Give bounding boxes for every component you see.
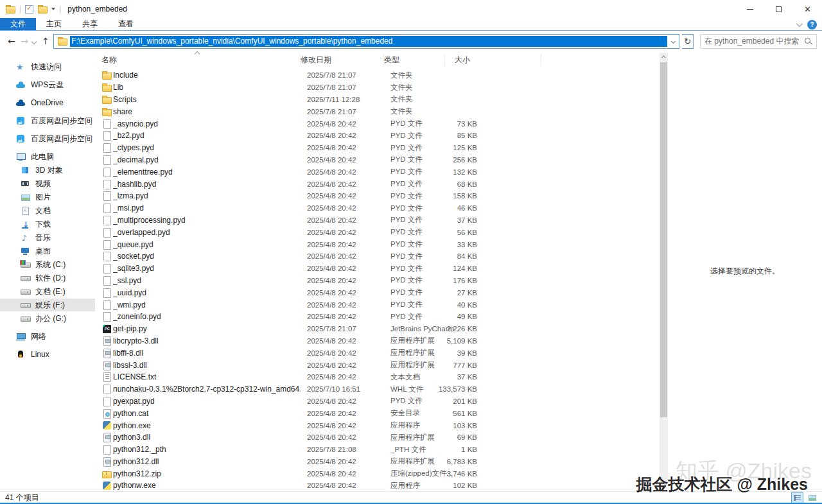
file-row[interactable]: python3.dll 2025/4/8 20:42 应用程序扩展 69 KB xyxy=(95,431,668,444)
sidebar-item-baidu-4[interactable]: 百度网盘同步空间 xyxy=(0,132,95,145)
address-path[interactable]: F:\Example\ComfyUI_windows_portable_nvid… xyxy=(70,36,667,47)
maximize-button[interactable] xyxy=(764,0,793,18)
sidebar-item-drive-16[interactable]: 娱乐 (F:) xyxy=(0,299,95,311)
vertical-scrollbar[interactable] xyxy=(660,53,668,491)
sidebar-item-downloads-10[interactable]: 下载 xyxy=(0,218,95,230)
file-row[interactable]: Include 2025/7/8 21:07 文件夹 xyxy=(95,69,668,82)
tab-share[interactable]: 共享 xyxy=(72,18,108,30)
file-row[interactable]: _queue.pyd 2025/4/8 20:42 PYD 文件 33 KB xyxy=(95,238,668,250)
preview-message: 选择要预览的文件。 xyxy=(710,266,780,277)
file-row[interactable]: _zoneinfo.pyd 2025/4/8 20:42 PYD 文件 49 K… xyxy=(95,311,668,323)
sidebar-item-music-11[interactable]: 音乐 xyxy=(0,231,95,244)
folder-icon[interactable] xyxy=(37,4,48,13)
sidebar-item-drive-17[interactable]: 办公 (G:) xyxy=(0,312,95,325)
zip-icon xyxy=(101,468,113,480)
forward-button[interactable]: → xyxy=(19,36,30,46)
file-row[interactable]: pyexpat.pyd 2025/4/8 20:42 PYD 文件 201 KB xyxy=(95,395,668,408)
sidebar-item-baidu-3[interactable]: 百度网盘同步空间 xyxy=(0,114,95,127)
file-row[interactable]: share 2025/7/8 21:07 文件夹 xyxy=(95,105,668,117)
folder-icon xyxy=(101,94,113,105)
file-row[interactable]: _decimal.pyd 2025/4/8 20:42 PYD 文件 256 K… xyxy=(95,154,668,166)
file-row[interactable]: get-pip.py 2025/7/8 21:07 JetBrains PyCh… xyxy=(95,323,668,335)
folder-icon[interactable] xyxy=(5,4,15,13)
view-toggles xyxy=(791,492,818,503)
minimize-button[interactable] xyxy=(735,0,764,18)
file-row[interactable]: _elementtree.pyd 2025/4/8 20:42 PYD 文件 1… xyxy=(95,166,668,178)
column-header-size[interactable]: 大小 xyxy=(445,54,541,66)
file-row[interactable]: python312._pth 2025/7/8 21:08 _PTH 文件 1 … xyxy=(95,444,668,456)
column-header-type[interactable]: 类型 xyxy=(384,54,445,66)
tab-view[interactable]: 查看 xyxy=(108,18,144,30)
sidebar-item-drive-15[interactable]: 文档 (E:) xyxy=(0,285,95,298)
file-row[interactable]: _multiprocessing.pyd 2025/4/8 20:42 PYD … xyxy=(95,214,668,227)
file-row[interactable]: _uuid.pyd 2025/4/8 20:42 PYD 文件 27 KB xyxy=(95,286,668,299)
file-row[interactable]: Scripts 2025/7/11 12:28 文件夹 xyxy=(95,94,668,106)
address-bar[interactable]: F:\Example\ComfyUI_windows_portable_nvid… xyxy=(53,34,679,49)
folder-icon xyxy=(101,82,113,93)
sidebar-item-drive-14[interactable]: 软件 (D:) xyxy=(0,272,95,284)
drive-icon xyxy=(20,313,30,324)
search-input[interactable] xyxy=(704,37,804,46)
up-button[interactable]: ↑ xyxy=(40,36,51,46)
tab-home[interactable]: 主页 xyxy=(36,18,72,30)
help-icon[interactable]: ? xyxy=(807,20,817,30)
file-row[interactable]: _ssl.pyd 2025/4/8 20:42 PYD 文件 176 KB xyxy=(95,275,668,287)
file-row[interactable]: python312.dll 2025/4/8 20:42 应用程序扩展 6,78… xyxy=(95,456,668,468)
file-row[interactable]: _bz2.pyd 2025/4/8 20:42 PYD 文件 85 KB xyxy=(95,130,668,142)
back-button[interactable]: ← xyxy=(6,36,17,46)
file-row[interactable]: python.cat 2025/4/8 20:42 安全目录 561 KB xyxy=(95,407,668,419)
sidebar-item-cloud-blue-1[interactable]: WPS云盘 xyxy=(0,78,95,91)
recent-locations-icon[interactable] xyxy=(32,37,38,46)
file-row[interactable]: pythonw.exe 2025/4/8 20:42 应用程序 102 KB xyxy=(95,480,668,492)
sidebar-item-pictures-8[interactable]: 图片 xyxy=(0,191,95,204)
sidebar-item-documents-9[interactable]: 文档 xyxy=(0,204,95,217)
file-row[interactable]: _wmi.pyd 2025/4/8 20:42 PYD 文件 40 KB xyxy=(95,299,668,311)
file-row[interactable]: _sqlite3.pyd 2025/4/8 20:42 PYD 文件 124 K… xyxy=(95,263,668,275)
file-icon xyxy=(101,142,113,153)
sidebar-item-network-18[interactable]: 网络 xyxy=(0,330,95,343)
file-row[interactable]: _lzma.pyd 2025/4/8 20:42 PYD 文件 158 KB xyxy=(95,190,668,202)
window-title: python_embeded xyxy=(67,4,127,13)
file-icon xyxy=(101,299,113,311)
sidebar-item-cloud-dark-2[interactable]: OneDrive xyxy=(0,96,95,109)
ribbon-expand-icon[interactable] xyxy=(796,21,803,27)
file-row[interactable]: LICENSE.txt 2025/4/8 20:42 文本文档 37 KB xyxy=(95,371,668,383)
sidebar-item-star-0[interactable]: 快速访问 xyxy=(0,60,95,73)
chevron-down-icon[interactable] xyxy=(51,8,55,10)
file-row[interactable]: Lib 2025/7/8 21:07 文件夹 xyxy=(95,82,668,94)
scroll-up-icon[interactable] xyxy=(660,53,668,61)
titlebar: | | python_embeded ✕ xyxy=(0,0,822,18)
file-row[interactable]: python.exe 2025/4/8 20:42 应用程序 103 KB xyxy=(95,419,668,431)
search-box[interactable] xyxy=(700,34,817,49)
details-view-button[interactable] xyxy=(791,492,803,503)
close-button[interactable]: ✕ xyxy=(793,0,822,18)
checkbox-properties-icon[interactable] xyxy=(25,5,33,13)
sidebar-item-desktop-12[interactable]: 桌面 xyxy=(0,245,95,257)
file-row[interactable]: _overlapped.pyd 2025/4/8 20:42 PYD 文件 56… xyxy=(95,226,668,238)
file-icon xyxy=(101,395,113,407)
tab-file[interactable]: 文件 xyxy=(0,18,36,30)
column-header-date[interactable]: 修改日期 xyxy=(301,54,384,66)
sidebar-item-drive-sys-13[interactable]: 系统 (C:) xyxy=(0,258,95,271)
large-icons-view-button[interactable] xyxy=(806,492,818,503)
file-row[interactable]: libffi-8.dll 2025/4/8 20:42 应用程序扩展 39 KB xyxy=(95,347,668,359)
file-row[interactable]: libssl-3.dll 2025/4/8 20:42 应用程序扩展 777 K… xyxy=(95,359,668,371)
file-row[interactable]: libcrypto-3.dll 2025/4/8 20:42 应用程序扩展 5,… xyxy=(95,335,668,347)
file-row[interactable]: _msi.pyd 2025/4/8 20:42 PYD 文件 46 KB xyxy=(95,202,668,214)
scroll-down-icon[interactable] xyxy=(660,483,668,491)
file-row[interactable]: _socket.pyd 2025/4/8 20:42 PYD 文件 84 KB xyxy=(95,250,668,263)
sidebar-item-3d-6[interactable]: 3D 对象 xyxy=(0,164,95,177)
search-icon[interactable] xyxy=(804,37,812,46)
sidebar-item-computer-5[interactable]: 此电脑 xyxy=(0,150,95,163)
file-row[interactable]: python312.zip 2025/4/8 20:42 压缩(zipped)文… xyxy=(95,467,668,480)
file-row[interactable]: _hashlib.pyd 2025/4/8 20:42 PYD 文件 68 KB xyxy=(95,178,668,190)
scrollbar-thumb[interactable] xyxy=(660,62,667,417)
file-row[interactable]: _asyncio.pyd 2025/4/8 20:42 PYD 文件 73 KB xyxy=(95,117,668,130)
dll-icon xyxy=(101,456,113,467)
file-row[interactable]: nunchaku-0.3.1%2Btorch2.7-cp312-cp312-wi… xyxy=(95,383,668,395)
sidebar-item-linux-19[interactable]: Linux xyxy=(0,348,95,361)
address-dropdown-icon[interactable] xyxy=(667,40,679,43)
refresh-button[interactable]: ↻ xyxy=(682,34,694,49)
sidebar-item-video-7[interactable]: 视频 xyxy=(0,177,95,190)
file-row[interactable]: _ctypes.pyd 2025/4/8 20:42 PYD 文件 125 KB xyxy=(95,142,668,154)
